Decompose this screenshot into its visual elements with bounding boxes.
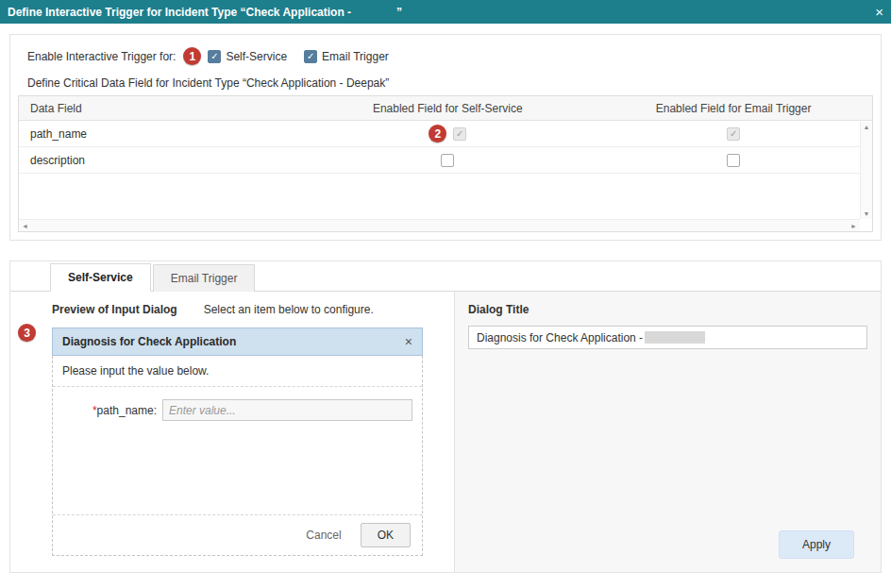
- dialog-title-input[interactable]: Diagnosis for Check Application -: [468, 326, 867, 349]
- window-titlebar: Define Interactive Trigger for Incident …: [0, 0, 891, 24]
- window-title-closing-quote: ”: [396, 6, 402, 19]
- enable-trigger-label: Enable Interactive Trigger for:: [27, 50, 176, 63]
- horizontal-scrollbar[interactable]: ◄ ►: [19, 219, 860, 231]
- trigger-config-panel: Self-Service Email Trigger Preview of In…: [9, 260, 882, 573]
- tab-content: Preview of Input Dialog Select an item b…: [10, 292, 881, 572]
- dialog-title-label: Dialog Title: [468, 303, 867, 316]
- critical-data-field-table: Data Field Enabled Field for Self-Servic…: [18, 95, 873, 232]
- col-header-data-field: Data Field: [19, 102, 300, 115]
- redacted-text: [351, 7, 396, 16]
- email-trigger-cell: [595, 127, 872, 141]
- path-name-input[interactable]: [162, 399, 412, 421]
- preview-field-row[interactable]: *path_name:: [53, 387, 422, 433]
- window-title-text: Define Interactive Trigger for Incident …: [8, 6, 351, 19]
- interactive-trigger-window: Define Interactive Trigger for Incident …: [0, 0, 891, 588]
- scroll-down-icon[interactable]: ▼: [864, 210, 870, 217]
- tab-email-trigger[interactable]: Email Trigger: [153, 264, 256, 292]
- cancel-button[interactable]: Cancel: [306, 529, 341, 542]
- col-header-email-trigger: Enabled Field for Email Trigger: [595, 102, 872, 115]
- preview-heading: Preview of Input Dialog: [52, 303, 177, 316]
- preview-dialog-spacer: [53, 433, 422, 514]
- email-trigger-checkbox[interactable]: [304, 50, 317, 63]
- scroll-right-icon[interactable]: ►: [850, 223, 857, 229]
- trigger-definition-panel: Enable Interactive Trigger for: 1 Self-S…: [9, 34, 882, 241]
- preview-dialog-body: Please input the value below. *path_name…: [52, 356, 423, 556]
- table-row[interactable]: description: [19, 147, 872, 174]
- redacted-text: [645, 331, 705, 344]
- self-service-checkbox-group: Self-Service: [208, 50, 287, 63]
- table-header-row: Data Field Enabled Field for Self-Servic…: [19, 96, 872, 121]
- path-name-field-label: *path_name:: [62, 404, 157, 417]
- dialog-title-value: Diagnosis for Check Application -: [477, 331, 643, 344]
- preview-header: Preview of Input Dialog Select an item b…: [52, 303, 445, 316]
- window-title: Define Interactive Trigger for Incident …: [8, 6, 402, 19]
- dialog-settings-pane: Dialog Title Diagnosis for Check Applica…: [454, 292, 881, 572]
- preview-close-icon[interactable]: ×: [405, 335, 412, 348]
- enable-trigger-row: Enable Interactive Trigger for: 1 Self-S…: [27, 47, 406, 65]
- ok-button[interactable]: OK: [361, 523, 411, 547]
- data-field-cell: path_name: [19, 127, 300, 141]
- table-row[interactable]: path_name 2: [19, 121, 872, 147]
- data-field-cell: description: [19, 154, 300, 167]
- preview-dialog-footer: Cancel OK: [53, 514, 422, 555]
- email-trigger-checkbox-label: Email Trigger: [322, 50, 389, 63]
- path-name-email-trigger-checkbox[interactable]: [727, 127, 740, 141]
- critical-data-field-label: Define Critical Data Field for Incident …: [27, 76, 389, 90]
- close-icon[interactable]: ×: [875, 5, 883, 19]
- email-trigger-checkbox-group: Email Trigger: [304, 50, 389, 63]
- input-dialog-preview[interactable]: Diagnosis for Check Application × Please…: [52, 328, 423, 556]
- email-trigger-cell: [595, 154, 872, 167]
- scroll-up-icon[interactable]: ▲: [864, 124, 870, 130]
- scroll-left-icon[interactable]: ◄: [22, 223, 28, 229]
- preview-pane: Preview of Input Dialog Select an item b…: [10, 292, 454, 572]
- self-service-checkbox[interactable]: [208, 50, 221, 63]
- preview-hint: Select an item below to configure.: [204, 303, 374, 316]
- col-header-self-service: Enabled Field for Self-Service: [300, 102, 595, 115]
- step-1-badge: 1: [183, 47, 201, 65]
- preview-dialog-title: Diagnosis for Check Application: [62, 335, 236, 348]
- apply-button[interactable]: Apply: [779, 530, 854, 559]
- path-name-self-service-checkbox[interactable]: [453, 127, 466, 141]
- tab-bar: Self-Service Email Trigger: [10, 261, 881, 292]
- step-3-badge: 3: [18, 324, 36, 342]
- self-service-checkbox-label: Self-Service: [226, 50, 287, 63]
- path-name-field-label-text: path_name:: [97, 404, 157, 417]
- description-self-service-checkbox[interactable]: [441, 154, 454, 167]
- description-email-trigger-checkbox[interactable]: [727, 154, 740, 167]
- vertical-scrollbar[interactable]: ▲ ▼: [860, 122, 872, 219]
- self-service-cell: [300, 154, 595, 167]
- preview-dialog-message[interactable]: Please input the value below.: [53, 356, 422, 387]
- preview-dialog-titlebar[interactable]: Diagnosis for Check Application ×: [52, 328, 423, 356]
- tab-self-service[interactable]: Self-Service: [50, 263, 151, 292]
- step-2-badge: 2: [429, 125, 446, 143]
- self-service-cell: 2: [300, 125, 595, 143]
